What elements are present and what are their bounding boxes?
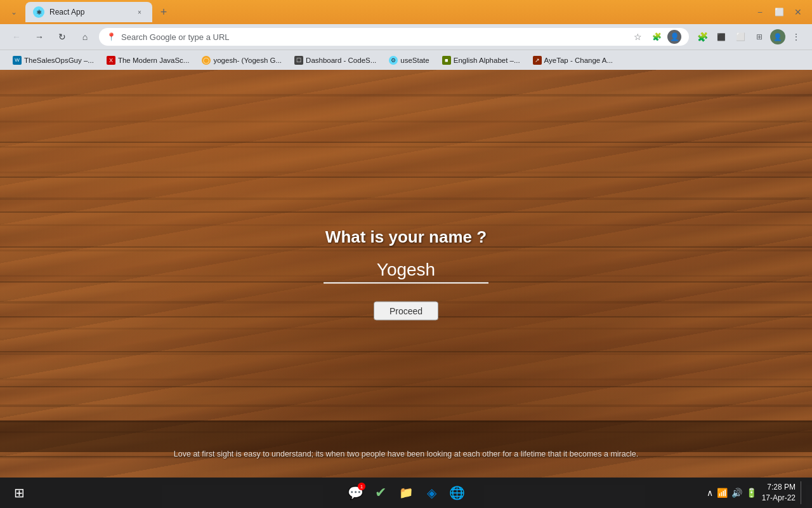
bookmark-label-yogesh: yogesh- (Yogesh G...: [213, 57, 282, 64]
close-button[interactable]: ✕: [789, 3, 807, 21]
bookmark-favicon-salesops: W: [13, 56, 22, 65]
title-bar: ⌄ ⚛ React App × + – ⬜ ✕: [0, 0, 812, 24]
wood-plank-7: [0, 318, 812, 352]
new-tab-button[interactable]: +: [155, 3, 173, 21]
bookmarks-bar: W TheSalesOpsGuy –... X The Modern JavaS…: [0, 50, 812, 70]
profile-icon[interactable]: 👤: [667, 30, 681, 44]
bookmark-favicon-ayetap: ↗: [533, 56, 542, 65]
bookmark-yogesh[interactable]: ◯ yogesh- (Yogesh G...: [197, 53, 287, 67]
bookmark-alphabet[interactable]: ■ English Alphabet –...: [437, 53, 525, 67]
browser-frame: ⌄ ⚛ React App × + – ⬜ ✕: [0, 0, 812, 508]
wood-plank-2: [0, 143, 812, 178]
taskbar-vscode[interactable]: ◈: [420, 481, 443, 504]
bookmark-favicon-dashboard: ☐: [294, 56, 303, 65]
home-button[interactable]: ⌂: [76, 28, 94, 46]
taskbar-right: ∧ 📶 🔊 🔋 7:28 PM 17-Apr-22: [707, 481, 804, 504]
taskbar-discord[interactable]: 💬 1: [344, 481, 367, 504]
clock-date: 17-Apr-22: [762, 493, 796, 504]
bookmark-ayetap[interactable]: ↗ AyeTap - Change A...: [528, 53, 618, 67]
page-center-content: What is your name ? Proceed: [304, 227, 508, 321]
system-clock[interactable]: 7:28 PM 17-Apr-22: [762, 482, 796, 504]
maximize-button[interactable]: ⬜: [770, 3, 788, 21]
extensions-button[interactable]: 🧩: [694, 29, 710, 45]
bookmark-label-ayetap: AyeTap - Change A...: [544, 57, 613, 64]
tab-title: React App: [49, 8, 129, 17]
quote-text: Love at first sight is easy to understan…: [174, 450, 638, 458]
tray-volume[interactable]: 🔊: [731, 488, 742, 498]
window-expand-button[interactable]: ⌄: [5, 3, 23, 21]
split-icon[interactable]: ⬜: [732, 29, 749, 45]
tray-wifi[interactable]: 📶: [717, 488, 728, 498]
wood-plank-1: [0, 108, 812, 143]
web-content: What is your name ? Proceed Love at firs…: [0, 70, 812, 478]
bookmark-favicon-usestate: ⚙: [389, 56, 398, 65]
taskbar-todo[interactable]: ✔: [369, 481, 392, 504]
cast-icon[interactable]: ⬛: [713, 29, 730, 45]
star-icon[interactable]: ☆: [629, 29, 646, 45]
active-tab[interactable]: ⚛ React App ×: [25, 2, 152, 22]
show-desktop-button[interactable]: [801, 481, 804, 504]
bookmark-salesops[interactable]: W TheSalesOpsGuy –...: [8, 53, 99, 67]
taskbar-files[interactable]: 📁: [395, 481, 417, 504]
discord-badge: 1: [358, 483, 365, 490]
sidebar-icon[interactable]: ⊞: [751, 29, 768, 45]
clock-time: 7:28 PM: [762, 482, 796, 493]
bookmark-label-salesops: TheSalesOpsGuy –...: [24, 57, 94, 64]
address-bar: ← → ↻ ⌂ 📍 Search Google or type a URL ☆ …: [0, 24, 812, 50]
location-icon: 📍: [107, 32, 116, 41]
bookmark-favicon-js: X: [107, 56, 115, 65]
name-input[interactable]: [324, 260, 488, 284]
system-tray: ∧ 📶 🔊 🔋: [707, 488, 757, 498]
bookmark-javascript[interactable]: X The Modern JavaSc...: [102, 53, 195, 67]
tray-expand[interactable]: ∧: [707, 488, 713, 498]
tab-favicon: ⚛: [33, 6, 44, 18]
forward-button[interactable]: →: [30, 28, 48, 46]
minimize-button[interactable]: –: [751, 3, 769, 21]
name-input-container: [304, 260, 508, 284]
browser-toolbar: 🧩 ⬛ ⬜ ⊞ 👤 ⋮: [694, 29, 804, 45]
url-bar[interactable]: 📍 Search Google or type a URL ☆ 🧩 👤: [99, 28, 689, 46]
taskbar: ⊞ 💬 1 ✔ 📁 ◈ 🌐 ∧ 📶: [0, 478, 812, 508]
menu-button[interactable]: ⋮: [788, 29, 804, 45]
profile-avatar[interactable]: 👤: [770, 29, 785, 44]
quote-band: [0, 420, 812, 452]
back-button[interactable]: ←: [8, 28, 25, 46]
bookmark-label-alphabet: English Alphabet –...: [454, 57, 520, 64]
wood-plank-3: [0, 178, 812, 213]
proceed-button[interactable]: Proceed: [374, 302, 438, 321]
bookmark-favicon-yogesh: ◯: [202, 56, 211, 65]
taskbar-chrome[interactable]: 🌐: [445, 481, 468, 504]
bookmark-label-dashboard: Dashboard - CodeS...: [306, 57, 376, 64]
extensions-icon[interactable]: 🧩: [648, 29, 665, 45]
bookmark-usestate[interactable]: ⚙ useState: [384, 53, 434, 67]
start-button[interactable]: ⊞: [8, 481, 30, 504]
reload-button[interactable]: ↻: [53, 28, 71, 46]
wood-plank-9: [0, 387, 812, 422]
bookmark-label-usestate: useState: [400, 57, 429, 64]
window-controls: – ⬜ ✕: [751, 3, 807, 21]
url-text: Search Google or type a URL: [121, 32, 624, 42]
bookmark-favicon-alphabet: ■: [442, 56, 451, 65]
tab-close-button[interactable]: ×: [134, 7, 145, 17]
wood-plank-8: [0, 352, 812, 387]
tray-battery[interactable]: 🔋: [746, 488, 757, 498]
taskbar-center: 💬 1 ✔ 📁 ◈ 🌐: [344, 481, 468, 504]
bookmark-dashboard[interactable]: ☐ Dashboard - CodeS...: [289, 53, 381, 67]
bookmark-label-js: The Modern JavaSc...: [118, 57, 190, 64]
question-heading: What is your name ?: [325, 227, 487, 247]
url-toolbar: ☆ 🧩 👤: [629, 29, 681, 45]
